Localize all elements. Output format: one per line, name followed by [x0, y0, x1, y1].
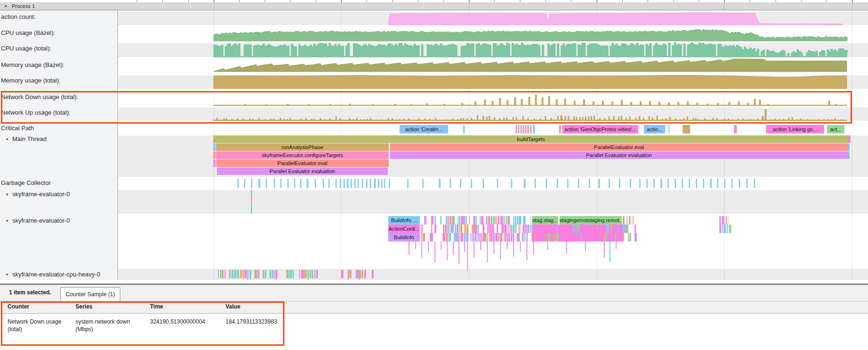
tab-counter-sample[interactable]: Counter Sample (1)	[60, 287, 120, 301]
critical-path-block[interactable]	[530, 125, 532, 133]
eval-sliver[interactable]	[603, 233, 606, 242]
eval-sliver[interactable]	[526, 233, 526, 242]
eval-sliver[interactable]	[431, 216, 434, 225]
cpu-heavy-sliver[interactable]	[299, 270, 300, 278]
collapse-arrow-icon[interactable]: ▾	[5, 4, 7, 9]
cpu-heavy-sliver[interactable]	[303, 270, 305, 278]
gc-tick[interactable]	[660, 179, 662, 188]
eval-sliver[interactable]	[424, 216, 426, 225]
gc-tick[interactable]	[668, 179, 669, 188]
eval-labeled-block[interactable]: BuildInfo ...	[388, 216, 420, 225]
cpu-heavy-sliver[interactable]	[240, 270, 242, 278]
eval-labeled-block[interactable]: ActionConti...	[388, 225, 420, 233]
eval-sliver[interactable]	[449, 233, 451, 242]
gc-tick[interactable]	[534, 179, 536, 188]
eval-sliver[interactable]	[489, 233, 490, 242]
eval-sliver[interactable]	[623, 233, 624, 242]
gc-tick[interactable]	[639, 179, 641, 188]
eval-sliver[interactable]	[475, 233, 476, 242]
eval-sliver[interactable]	[515, 225, 517, 233]
eval-sliver[interactable]	[459, 225, 460, 233]
eval-sliver[interactable]	[457, 233, 459, 242]
eval-sliver[interactable]	[517, 233, 520, 242]
cpu-heavy-sliver[interactable]	[229, 270, 230, 278]
gc-tick[interactable]	[646, 179, 648, 188]
eval-sliver[interactable]	[634, 233, 637, 242]
eval-sliver[interactable]	[451, 225, 452, 233]
gc-tick[interactable]	[497, 179, 498, 188]
eval-sliver[interactable]	[495, 216, 497, 225]
gc-tick[interactable]	[483, 179, 484, 188]
eval-sliver[interactable]	[460, 225, 462, 233]
gc-tick[interactable]	[347, 179, 349, 188]
cpu-heavy-sliver[interactable]	[286, 270, 289, 278]
gc-tick[interactable]	[450, 179, 451, 188]
cpu-heavy-sliver[interactable]	[220, 270, 221, 278]
eval-sliver[interactable]	[476, 233, 477, 242]
eval-sliver[interactable]	[504, 233, 506, 242]
eval-sliver[interactable]	[455, 225, 456, 233]
eval-sliver[interactable]	[504, 225, 507, 233]
thread-track-label[interactable]: ▾skyframe-evaluator-cpu-heavy-0	[0, 271, 116, 278]
gc-tick[interactable]	[366, 179, 367, 188]
cpu-heavy-sliver[interactable]	[361, 270, 363, 278]
gc-tick[interactable]	[378, 179, 379, 188]
eval-sliver[interactable]	[466, 233, 468, 242]
eval-sliver[interactable]	[457, 225, 458, 233]
gc-tick[interactable]	[703, 179, 704, 188]
gc-tick[interactable]	[460, 179, 461, 188]
gc-tick[interactable]	[335, 179, 337, 188]
counter-track-label[interactable]: Critical Path	[0, 125, 116, 132]
critical-path-block[interactable]	[559, 125, 561, 133]
gc-tick[interactable]	[739, 179, 740, 188]
eval-sliver[interactable]	[527, 225, 529, 233]
gc-tick[interactable]	[370, 179, 371, 188]
eval-labeled-block[interactable]: BuildInfo	[388, 233, 420, 242]
eval-sliver[interactable]	[596, 225, 597, 233]
eval-sliver[interactable]	[580, 233, 582, 242]
gc-tick[interactable]	[374, 179, 376, 188]
collapse-arrow-icon[interactable]: ▾	[4, 192, 10, 197]
eval-sliver[interactable]	[531, 216, 532, 225]
cpu-heavy-sliver[interactable]	[234, 270, 236, 278]
gc-tick[interactable]	[384, 179, 385, 188]
gc-tick[interactable]	[381, 179, 383, 188]
eval-sliver[interactable]	[626, 216, 627, 225]
eval-sliver[interactable]	[517, 233, 517, 242]
counter-chart-action_count[interactable]	[388, 13, 843, 25]
gc-tick[interactable]	[653, 179, 655, 188]
eval-sliver[interactable]	[454, 216, 455, 225]
eval-sliver[interactable]	[452, 216, 453, 225]
eval-sliver[interactable]	[459, 233, 460, 242]
critical-path-block[interactable]	[668, 125, 669, 133]
critical-path-block[interactable]: actio...	[644, 125, 665, 133]
eval-sliver[interactable]	[615, 233, 616, 242]
cpu-heavy-sliver[interactable]	[265, 270, 267, 278]
eval-sliver[interactable]	[473, 216, 476, 225]
eval-sliver[interactable]	[729, 225, 731, 233]
gc-tick[interactable]	[511, 179, 512, 188]
eval-sliver[interactable]	[487, 233, 488, 242]
eval-sliver[interactable]	[506, 216, 507, 225]
cpu-heavy-sliver[interactable]	[218, 270, 219, 278]
eval-sliver[interactable]	[463, 216, 465, 225]
critical-path-block[interactable]: action 'Linking go...	[766, 125, 824, 133]
eval-sliver[interactable]	[722, 225, 723, 233]
eval-sliver[interactable]	[475, 225, 477, 233]
thread-track-label[interactable]: ▾skyframe-evaluator-0	[0, 191, 116, 198]
gc-tick[interactable]	[471, 179, 472, 188]
eval-sliver[interactable]	[467, 225, 468, 233]
eval-labeled-block[interactable]: stagingemotstaging.remot...	[559, 216, 622, 225]
eval-sliver[interactable]	[556, 233, 559, 242]
flame-bar[interactable]: ParallelEvaluator.eval	[390, 143, 848, 151]
eval-sliver[interactable]	[727, 225, 728, 233]
eval-sliver[interactable]	[498, 233, 500, 242]
gc-tick[interactable]	[362, 179, 363, 188]
eval-sliver[interactable]	[480, 216, 481, 225]
eval-sliver[interactable]	[511, 225, 512, 233]
eval-sliver[interactable]	[507, 233, 508, 242]
counter-chart-mem_bazel[interactable]	[214, 59, 847, 72]
gc-tick[interactable]	[422, 179, 424, 188]
eval-sliver[interactable]	[450, 225, 451, 233]
eval-labeled-block[interactable]: stag.stag...	[532, 216, 558, 225]
